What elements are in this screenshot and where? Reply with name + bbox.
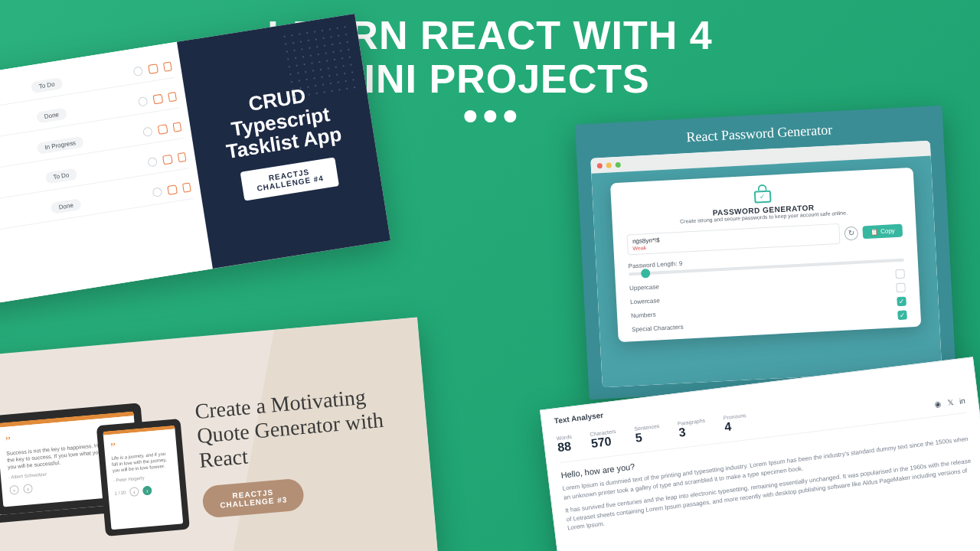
edit-icon[interactable] (167, 184, 178, 195)
browser-mockup: ✓ PASSWORD GENERATOR Create strong and s… (590, 141, 942, 388)
status-pill[interactable]: To Do (45, 168, 78, 184)
checkbox-numbers[interactable]: ✓ (897, 296, 906, 306)
facebook-icon[interactable]: ◉ (934, 399, 942, 409)
project-card-quote-generator: ” Success is not the key to happiness. H… (0, 317, 439, 551)
tablet-mockup: ” Life is a journey, and if you fall in … (96, 419, 190, 536)
window-close-icon[interactable] (597, 163, 603, 168)
crud-side-panel: CRUD Typescript Tasklist App REACTJS CHA… (177, 14, 390, 269)
status-pill[interactable]: In Progress (36, 136, 84, 155)
password-output: ngs8yn*!$ Weak (627, 223, 841, 256)
opt-label: Lowercase (630, 297, 660, 305)
challenge-badge: REACTJS CHALLENGE #4 (240, 157, 339, 201)
quote-card-title: Create a Motivating Quote Generator with… (194, 381, 406, 473)
stat-value: 3 (678, 425, 686, 440)
stat-label: Pronouns (723, 412, 746, 421)
trash-icon[interactable] (172, 122, 181, 132)
opt-label: Numbers (631, 311, 656, 319)
stat-value: 88 (557, 439, 572, 455)
progress-icon (132, 66, 143, 77)
progress-icon (138, 96, 149, 106)
tablet-author: - Peter Hagerty (113, 473, 173, 483)
prev-button[interactable]: ‹ (9, 485, 19, 495)
status-pill[interactable]: Done (36, 108, 67, 124)
next-button[interactable]: › (142, 486, 152, 496)
edit-icon[interactable] (158, 124, 168, 135)
stat-label: Paragraphs (678, 418, 706, 426)
tasklist-preview: PriorityHigh To Do PriorityLow Done Prio… (0, 42, 213, 308)
length-label: Password Length: 9 (628, 260, 682, 270)
stat-label: Sentences (634, 423, 660, 432)
status-pill[interactable]: Done (51, 198, 82, 214)
project-card-password-generator: React Password Generator ✓ PASSWORD GENE… (575, 106, 956, 400)
password-card: ✓ PASSWORD GENERATOR Create strong and s… (610, 168, 921, 342)
slider-thumb[interactable] (640, 269, 650, 279)
checkbox-lowercase[interactable] (896, 283, 906, 293)
next-button[interactable]: › (23, 484, 33, 494)
status-pill[interactable]: To Do (31, 77, 64, 93)
progress-icon (147, 156, 158, 167)
challenge-badge: REACTJS CHALLENGE #3 (201, 478, 305, 519)
opt-label: Uppercase (629, 283, 659, 292)
crud-title: CRUD Typescript Tasklist App (201, 77, 359, 165)
window-max-icon[interactable] (616, 161, 621, 167)
trash-icon[interactable] (182, 182, 191, 192)
stat-value: 4 (724, 420, 732, 435)
twitter-icon[interactable]: 𝕏 (946, 398, 953, 407)
tablet-quote: Life is a journey, and if you fall in lo… (111, 451, 172, 474)
checkbox-special[interactable]: ✓ (897, 310, 907, 320)
progress-icon (142, 126, 153, 137)
window-min-icon[interactable] (606, 162, 612, 168)
edit-icon[interactable] (152, 93, 163, 104)
linkedin-icon[interactable]: in (959, 396, 965, 406)
checkbox-uppercase[interactable] (895, 269, 905, 279)
edit-icon[interactable] (148, 64, 158, 74)
copy-button[interactable]: 📋 Copy (863, 224, 903, 240)
trash-icon[interactable] (168, 91, 177, 101)
trash-icon[interactable] (163, 61, 172, 71)
project-card-crud-tasklist: PriorityHigh To Do PriorityLow Done Prio… (0, 14, 390, 308)
trash-icon[interactable] (178, 152, 187, 161)
stat-value: 570 (590, 435, 612, 451)
refresh-icon[interactable] (844, 226, 859, 240)
quote-counter: 1 / 20 (114, 491, 126, 496)
stat-value: 5 (635, 431, 643, 445)
progress-icon (152, 187, 162, 197)
social-icons: ◉ 𝕏 in (934, 396, 966, 409)
edit-icon[interactable] (162, 154, 173, 165)
lock-icon: ✓ (753, 186, 771, 204)
opt-label: Special Characters (632, 323, 684, 333)
prev-button[interactable]: ‹ (129, 487, 139, 497)
task-actions (132, 61, 172, 77)
copy-label: Copy (880, 227, 895, 235)
